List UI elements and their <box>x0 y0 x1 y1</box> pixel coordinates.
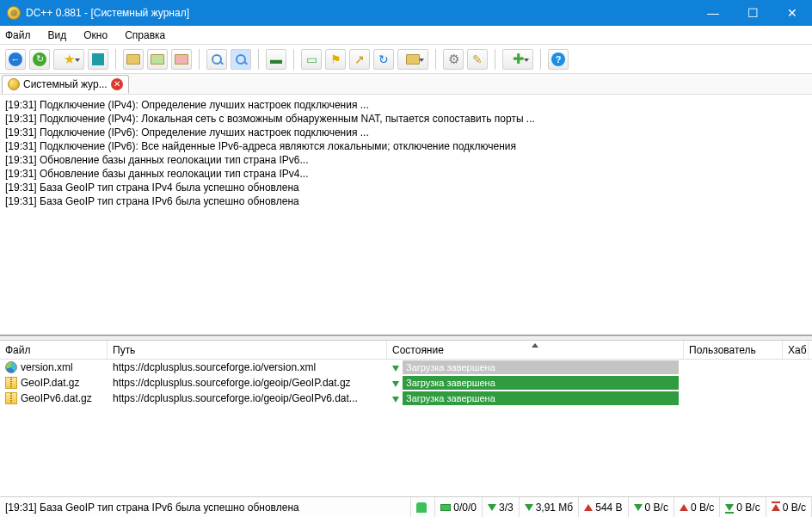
downloads-panel: ФайлПутьСостояниеПользовательХаб version… <box>0 341 812 478</box>
folder-green-button-icon <box>151 54 164 65</box>
plugins-button[interactable]: ✚ <box>502 49 533 70</box>
status-cell: Загрузка завершена <box>387 360 684 374</box>
download-complete-icon <box>392 381 399 387</box>
search-blue-button-icon <box>236 54 246 65</box>
menu-файл[interactable]: Файл <box>5 29 31 41</box>
back-button-icon: ← <box>9 52 22 66</box>
search-button-icon <box>212 54 222 65</box>
file-cell: GeoIP.dat.gz <box>0 377 108 389</box>
column-header[interactable]: Пользователь <box>684 341 783 359</box>
settings-button-icon: ⚙ <box>448 52 459 67</box>
export-button[interactable]: ↗ <box>349 49 370 70</box>
log-line: [19:31] База GeoIP тип страна IPv6 была … <box>5 194 807 208</box>
maximize-button[interactable]: ☐ <box>733 0 772 26</box>
status-user <box>411 497 435 517</box>
close-button[interactable]: ✕ <box>772 0 812 26</box>
folder-green-button[interactable] <box>147 49 168 70</box>
table-row[interactable]: version.xmlhttps://dcplusplus.sourceforg… <box>0 360 812 375</box>
help-button-icon: ? <box>551 52 565 66</box>
status-ul-speed: 0 B/c <box>674 497 720 517</box>
status-slots: 0/0/0 <box>435 497 483 517</box>
log-line: [19:31] Подключение (IPv4): Определение … <box>5 98 807 112</box>
reconnect-button[interactable]: ↻ <box>29 49 50 70</box>
download-limit-icon <box>725 504 734 511</box>
folder-red-button[interactable] <box>171 49 192 70</box>
status-ul-limit: 0 B/c <box>766 497 812 517</box>
flag-button-icon: ⚑ <box>330 53 341 65</box>
download-icon <box>634 504 643 511</box>
tab-icon <box>8 78 20 90</box>
path-cell: https://dcplusplus.sourceforge.io/geoip/… <box>108 392 387 404</box>
menu-вид[interactable]: Вид <box>48 29 67 41</box>
file-cell: GeoIPv6.dat.gz <box>0 392 108 404</box>
tab-label: Системный жур... <box>23 78 108 90</box>
menu-окно[interactable]: Окно <box>83 29 108 41</box>
table-row[interactable]: GeoIPv6.dat.gzhttps://dcplusplus.sourcef… <box>0 391 812 406</box>
status-dl-limit: 0 B/c <box>720 497 766 517</box>
folder-red-button-icon <box>175 54 188 65</box>
browser-file-icon <box>5 361 17 373</box>
column-header[interactable]: Файл <box>0 341 108 359</box>
edit-button-icon: ✎ <box>472 53 483 65</box>
folder-open-button[interactable] <box>123 49 144 70</box>
log-line: [19:31] Подключение (IPv4): Локальная се… <box>5 112 807 126</box>
log-line: [19:31] Обновление базы данных геолокаци… <box>5 153 807 167</box>
refresh-button-icon: ↻ <box>378 53 389 65</box>
window-title: DC++ 0.881 - [Системный журнал] <box>26 7 189 19</box>
path-cell: https://dcplusplus.sourceforge.io/geoip/… <box>108 377 387 389</box>
tab-system-log[interactable]: Системный жур... ✕ <box>2 75 129 94</box>
status-badge: Загрузка завершена <box>403 376 679 390</box>
tab-close-icon[interactable]: ✕ <box>111 78 123 90</box>
folder-yellow-button[interactable] <box>397 49 428 70</box>
folder-open-button-icon <box>126 54 140 65</box>
status-cell: Загрузка завершена <box>387 391 684 405</box>
favorites-button-icon: ★ <box>64 52 75 67</box>
toolbar-separator <box>199 49 200 70</box>
column-header[interactable]: Состояние <box>387 341 684 359</box>
help-button[interactable]: ? <box>548 49 569 70</box>
flag-button[interactable]: ⚑ <box>325 49 346 70</box>
edit-button[interactable]: ✎ <box>467 49 488 70</box>
folder-yellow-button-icon <box>406 54 420 65</box>
refresh-button[interactable]: ↻ <box>373 49 394 70</box>
system-log: [19:31] Подключение (IPv4): Определение … <box>0 95 812 335</box>
statusbar: [19:31] База GeoIP тип страна IPv6 была … <box>0 496 812 517</box>
menu-справка[interactable]: Справка <box>125 29 165 41</box>
download-complete-icon <box>392 366 399 372</box>
slot-icon <box>440 504 451 511</box>
search-blue-button[interactable] <box>231 49 251 70</box>
users-button-icon <box>92 53 104 65</box>
status-uploaded: 544 В <box>579 497 628 517</box>
export-button-icon: ↗ <box>354 53 365 65</box>
minimize-button[interactable]: — <box>693 0 733 26</box>
table-row[interactable]: GeoIP.dat.gzhttps://dcplusplus.sourcefor… <box>0 375 812 391</box>
status-downloaded: 3,91 Мб <box>520 497 580 517</box>
log-line: [19:31] Подключение (IPv6): Все найденны… <box>5 139 807 153</box>
favorites-button[interactable]: ★ <box>53 49 84 70</box>
plugins-button-icon: ✚ <box>513 51 524 67</box>
toolbar-separator <box>540 49 541 70</box>
log-line: [19:31] Обновление базы данных геолокаци… <box>5 167 807 181</box>
titlebar: DC++ 0.881 - [Системный журнал] — ☐ ✕ <box>0 0 812 26</box>
app-logo-icon <box>7 6 21 20</box>
reconnect-button-icon: ↻ <box>33 52 46 66</box>
settings-button[interactable]: ⚙ <box>443 49 464 70</box>
notepad-button[interactable]: ▬ <box>266 49 286 70</box>
upload-icon <box>680 504 688 511</box>
search-button[interactable] <box>206 49 227 70</box>
back-button[interactable]: ← <box>5 49 26 70</box>
log-line: [19:31] База GeoIP тип страна IPv4 была … <box>5 181 807 194</box>
toolbar-separator <box>293 49 294 70</box>
column-header[interactable]: Хаб <box>783 341 809 359</box>
archive-file-icon <box>5 377 17 389</box>
download-icon <box>525 504 533 511</box>
status-dl-slots: 3/3 <box>483 497 520 517</box>
upload-icon <box>584 504 593 511</box>
status-badge: Загрузка завершена <box>403 391 679 405</box>
money-button[interactable]: ▭ <box>301 49 322 70</box>
column-header[interactable]: Путь <box>108 341 387 359</box>
toolbar-separator <box>435 49 436 70</box>
toolbar-separator <box>258 49 259 70</box>
users-button[interactable] <box>88 49 108 70</box>
notepad-button-icon: ▬ <box>270 53 282 65</box>
